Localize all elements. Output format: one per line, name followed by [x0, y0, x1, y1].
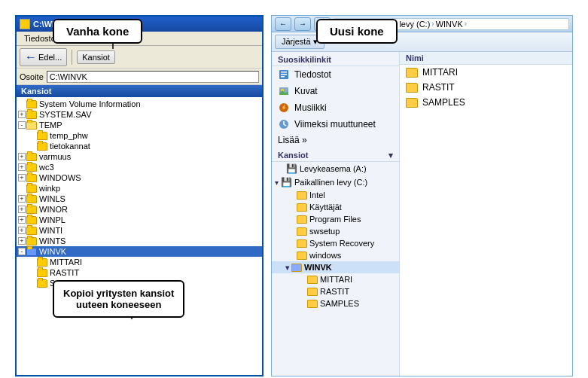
tree-label: WINOR	[39, 205, 68, 214]
file-name-label: MITTARI	[422, 67, 458, 78]
folder-icon	[26, 174, 37, 182]
tree-item[interactable]: +WINDOWS	[17, 172, 262, 183]
sidebar-item-kuvat[interactable]: Kuvat	[272, 83, 399, 99]
tree-expander[interactable]	[18, 184, 26, 192]
folder-icon	[26, 184, 37, 193]
vista-tree-item[interactable]: RASTIT	[272, 285, 399, 297]
vista-tree-item[interactable]: System Recovery	[272, 237, 399, 249]
file-list-item[interactable]: SAMPLES	[400, 95, 572, 110]
tree-item[interactable]: RASTIT	[17, 267, 262, 278]
vista-tree-item[interactable]: Program Files	[272, 213, 399, 225]
tree-item[interactable]: temp_phw	[17, 130, 262, 141]
svg-rect-4	[281, 74, 287, 75]
tree-item[interactable]: +wc3	[17, 162, 262, 172]
xp-address-bar: Osoite C:\WINVK	[17, 69, 262, 85]
tree-expander[interactable]: +	[18, 216, 26, 224]
vista-forward-button[interactable]: →	[294, 17, 311, 31]
tree-expander[interactable]: +	[18, 163, 26, 171]
vista-tree-item[interactable]: swsetup	[272, 225, 399, 237]
tree-expander[interactable]	[18, 100, 26, 108]
vista-back-button[interactable]: ←	[275, 17, 291, 31]
tree-item[interactable]: -WINVK	[17, 246, 262, 257]
tree-expander[interactable]: +	[18, 174, 26, 181]
folders-dropdown-icon[interactable]: ▾	[388, 151, 393, 160]
sidebar-item-musiikki[interactable]: Musiikki	[272, 99, 399, 116]
xp-folder-tree[interactable]: System Volume Information+SYSTEM.SAV-TEM…	[17, 97, 262, 375]
tree-expander[interactable]: +	[18, 237, 26, 245]
vista-tree-label: Käyttäjät	[309, 203, 342, 212]
tree-expander[interactable]	[29, 132, 36, 139]
tree-label: wc3	[39, 163, 54, 172]
tree-label: WINTS	[39, 236, 66, 245]
left-panel-wrapper: C:\WINVK Tiedosto Ohje ← Edel... Kansiot	[15, 15, 264, 378]
folder-icon	[26, 248, 37, 256]
vista-tree-item[interactable]: ▾WINVK	[272, 261, 399, 273]
tree-item[interactable]: winkp	[17, 183, 262, 194]
file-folder-icon	[406, 98, 418, 108]
folder-icon	[26, 121, 37, 130]
address-input[interactable]: C:\WINVK	[47, 71, 259, 83]
tree-expander[interactable]: +	[18, 111, 26, 118]
xp-toolbar: ← Edel... Kansiot	[17, 46, 262, 69]
arrange-label: Järjestä ▾	[282, 37, 318, 46]
tree-expander[interactable]	[29, 142, 36, 150]
tree-item[interactable]: +WINTI	[17, 225, 262, 236]
xp-folder-panel: Kansiot System Volume Information+SYSTEM…	[17, 85, 262, 375]
tree-item[interactable]: +WINOR	[17, 204, 262, 215]
folder-panel-header: Kansiot	[17, 85, 262, 97]
vista-tree-label: Paikallinen levy (C:)	[294, 178, 367, 187]
sidebar-item-viimeksi[interactable]: Viimeksi muuttuneet	[272, 116, 399, 133]
vista-tree-item[interactable]: windows	[272, 249, 399, 261]
file-list-item[interactable]: RASTIT	[400, 80, 572, 95]
file-list-item[interactable]: MITTARI	[400, 65, 572, 80]
sidebar-item-lisaa[interactable]: Lisää »	[272, 133, 399, 148]
tree-label: varmuus	[39, 152, 71, 161]
tree-item[interactable]: +WINPL	[17, 215, 262, 225]
sidebar-item-tiedostot[interactable]: Tiedostot	[272, 66, 399, 83]
callout-uusi-text: Uusi kone	[330, 25, 384, 38]
vista-tree-item[interactable]: Käyttäjät	[272, 201, 399, 213]
main-container: C:\WINVK Tiedosto Ohje ← Edel... Kansiot	[8, 8, 580, 378]
tree-expander[interactable]: +	[18, 206, 26, 213]
tree-item[interactable]: +varmuus	[17, 151, 262, 162]
vista-tree-item[interactable]: SAMPLES	[272, 297, 399, 309]
vista-tree-item[interactable]: ▾💾Paikallinen levy (C:)	[272, 175, 399, 189]
tree-expander[interactable]	[29, 258, 36, 266]
tree-item[interactable]: +SYSTEM.SAV	[17, 109, 262, 120]
back-button[interactable]: ← Edel...	[20, 48, 67, 66]
address-value: C:\WINVK	[50, 72, 87, 81]
tree-expander[interactable]: -	[18, 121, 26, 129]
folders-button[interactable]: Kansiot	[77, 50, 115, 64]
file-list-header: Nimi	[400, 52, 572, 65]
folder-icon	[37, 258, 47, 267]
tree-label: WINLS	[39, 194, 66, 203]
back-label: Edel...	[38, 53, 62, 62]
tree-expander[interactable]	[29, 279, 36, 287]
tree-item[interactable]: -TEMP	[17, 120, 262, 130]
viimeksi-label: Viimeksi muuttuneet	[294, 119, 376, 130]
tree-expander[interactable]	[29, 269, 36, 276]
vista-tree-item[interactable]: Intel	[272, 189, 399, 201]
tree-item[interactable]: MITTARI	[17, 257, 262, 267]
tree-item[interactable]: System Volume Information	[17, 99, 262, 109]
tree-item[interactable]: +WINLS	[17, 194, 262, 204]
tree-expander[interactable]: +	[18, 227, 26, 234]
vista-tree-item[interactable]: MITTARI	[272, 273, 399, 285]
tree-item[interactable]: tietokannat	[17, 141, 262, 151]
vista-expander-icon[interactable]: ▾	[285, 264, 289, 272]
tree-label: System Volume Information	[39, 99, 141, 108]
tree-item[interactable]: +WINTS	[17, 236, 262, 246]
crumb-winvk[interactable]: WINVK	[436, 20, 463, 29]
viimeksi-icon	[278, 118, 290, 130]
folder-icon	[26, 237, 37, 245]
svg-point-9	[282, 106, 285, 109]
tree-expander[interactable]: +	[18, 153, 26, 160]
vista-folder-icon	[297, 215, 307, 224]
vista-expander-icon[interactable]: ▾	[275, 178, 279, 187]
tree-expander[interactable]: -	[18, 248, 26, 255]
vista-tree-item[interactable]: 💾Levykeasema (A:)	[272, 162, 399, 175]
tree-expander[interactable]: +	[18, 195, 26, 203]
vista-tree-label: SAMPLES	[320, 299, 359, 308]
right-tree-sidebar[interactable]: 💾Levykeasema (A:)▾💾Paikallinen levy (C:)…	[272, 162, 399, 309]
vista-folder-icon	[297, 239, 307, 248]
